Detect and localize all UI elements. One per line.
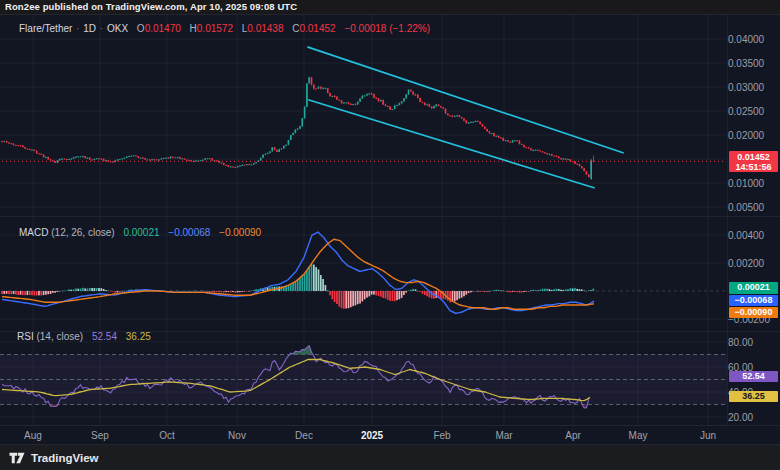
macd-histogram-bar — [348, 291, 350, 308]
candle-body — [486, 129, 488, 132]
candle-body — [394, 106, 396, 109]
macd-histogram-bar — [345, 291, 347, 308]
chart-canvas[interactable] — [0, 0, 780, 470]
macd-histogram-bar — [308, 267, 310, 291]
macd-histogram-bar — [551, 290, 553, 291]
macd-histogram-bar — [301, 276, 303, 291]
macd-histogram-bar — [297, 280, 299, 291]
candle-body — [230, 166, 232, 167]
macd-histogram-bar — [47, 291, 49, 294]
candle-body — [61, 159, 63, 160]
macd-histogram-bar — [38, 291, 40, 295]
macd-histogram-bar — [408, 290, 410, 291]
macd-histogram-bar — [544, 289, 546, 291]
macd-histogram-bar — [392, 291, 394, 301]
candle-body — [225, 165, 227, 166]
candle-body — [449, 115, 451, 116]
candle-body — [281, 148, 283, 149]
candle-body — [283, 146, 285, 149]
macd-histogram-bar — [385, 291, 387, 298]
macd-histogram-bar — [73, 289, 75, 291]
macd-histogram-bar — [412, 289, 414, 291]
candle-body — [438, 104, 440, 106]
macd-histogram-bar — [234, 291, 236, 293]
footer-brand[interactable]: TradingView — [31, 452, 99, 464]
candle-body — [253, 163, 255, 164]
candle-body — [161, 158, 163, 159]
candle-body — [269, 151, 271, 152]
macd-histogram-bar — [84, 288, 86, 291]
macd-histogram-bar — [495, 290, 497, 291]
candle-body — [251, 164, 253, 165]
macd-histogram-bar — [50, 291, 52, 294]
candle-body — [262, 155, 264, 158]
macd-histogram-bar — [593, 289, 595, 291]
macd-histogram-bar — [355, 291, 357, 305]
candle-body — [15, 145, 17, 146]
candle-body — [68, 159, 70, 160]
macd-histogram-bar — [188, 291, 190, 292]
tradingview-logo-icon[interactable] — [8, 450, 26, 466]
macd-histogram-bar — [315, 267, 317, 291]
candle-body — [216, 160, 218, 161]
macd-histogram-bar — [572, 288, 574, 291]
candle-body — [75, 157, 77, 158]
candle-body — [537, 150, 539, 151]
candle-body — [435, 104, 437, 106]
macd-histogram-bar — [553, 289, 555, 291]
macd-histogram-bar — [17, 291, 19, 295]
candle-body — [103, 159, 105, 161]
candle-body — [121, 158, 123, 159]
candle-body — [179, 157, 181, 159]
macd-line — [2, 232, 594, 313]
macd-histogram-bar — [117, 291, 119, 292]
candle-body — [530, 148, 532, 150]
candle-body — [408, 90, 410, 95]
macd-histogram-bar — [588, 290, 590, 291]
macd-histogram-bar — [80, 289, 82, 291]
macd-histogram-bar — [422, 291, 424, 294]
macd-histogram-bar — [424, 291, 426, 295]
candle-body — [526, 147, 528, 148]
candle-body — [163, 158, 165, 159]
candle-body — [401, 101, 403, 103]
macd-histogram-bar — [523, 291, 525, 292]
macd-histogram-bar — [465, 291, 467, 295]
macd-histogram-bar — [334, 291, 336, 302]
candle-body — [454, 116, 456, 117]
price-scale[interactable] — [727, 14, 780, 425]
macd-histogram-bar — [489, 291, 491, 292]
macd-histogram-bar — [350, 291, 352, 307]
macd-histogram-bar — [519, 291, 521, 293]
candle-body — [40, 154, 42, 155]
candle-body — [424, 103, 426, 105]
macd-histogram-bar — [366, 291, 368, 298]
candle-body — [241, 165, 243, 166]
time-scale[interactable] — [0, 425, 727, 444]
macd-histogram-bar — [472, 291, 474, 292]
macd-histogram-bar — [581, 289, 583, 291]
candle-body — [466, 121, 468, 124]
candle-body — [392, 109, 394, 110]
candle-body — [357, 102, 359, 105]
candle-body — [502, 138, 504, 141]
macd-histogram-bar — [343, 291, 345, 309]
macd-histogram-bar — [311, 264, 313, 291]
candle-body — [419, 98, 421, 102]
macd-histogram-bar — [246, 291, 248, 292]
candle-body — [186, 160, 188, 161]
candle-body — [265, 154, 267, 155]
candle-body — [422, 102, 424, 103]
macd-histogram-bar — [31, 291, 33, 295]
macd-histogram-bar — [493, 290, 495, 291]
candle-body — [10, 143, 12, 144]
macd-histogram-bar — [526, 291, 528, 292]
candle-body — [334, 96, 336, 97]
candle-body — [295, 130, 297, 133]
macd-histogram-bar — [61, 291, 63, 292]
macd-histogram-bar — [223, 291, 225, 292]
candle-body — [285, 145, 287, 146]
candle-body — [447, 114, 449, 116]
macd-signal-line — [2, 239, 594, 309]
macd-histogram-bar — [87, 288, 89, 291]
